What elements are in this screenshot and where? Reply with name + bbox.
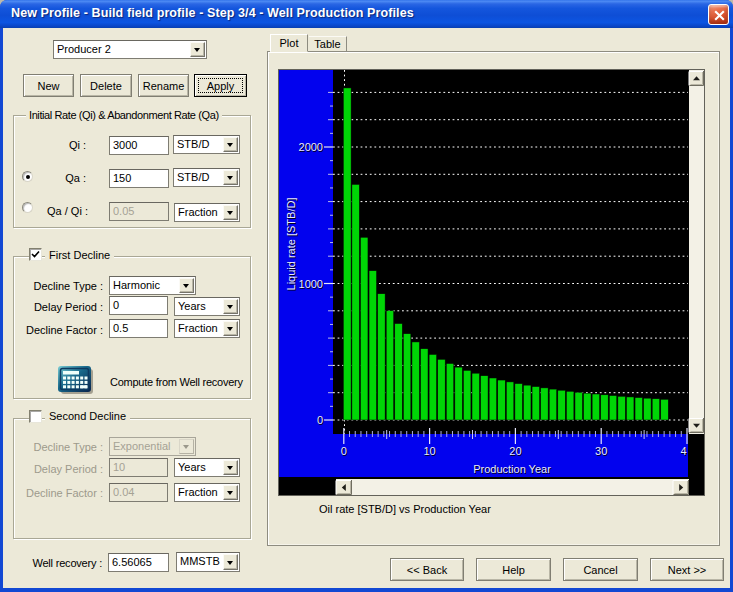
svg-text:0: 0 xyxy=(341,445,347,457)
svg-text:2000: 2000 xyxy=(299,141,323,153)
svg-text:4: 4 xyxy=(680,445,686,457)
svg-text:30: 30 xyxy=(595,445,607,457)
svg-text:20: 20 xyxy=(509,445,521,457)
svg-text:1000: 1000 xyxy=(299,278,323,290)
svg-text:Production Year: Production Year xyxy=(473,463,551,475)
svg-text:Liquid rate [STB/D]: Liquid rate [STB/D] xyxy=(285,198,297,291)
svg-text:0: 0 xyxy=(317,414,323,426)
svg-text:10: 10 xyxy=(423,445,435,457)
